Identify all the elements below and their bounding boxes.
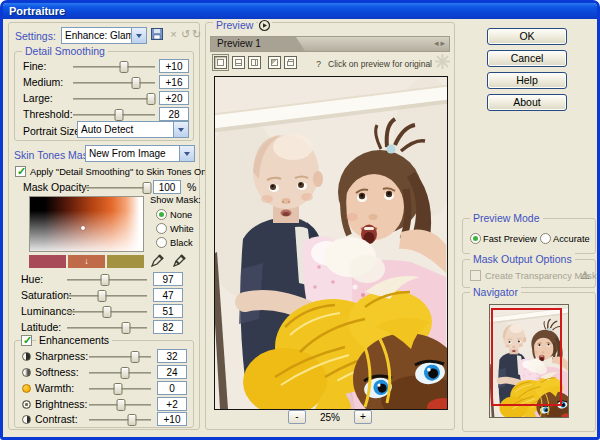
eyedropper-icon[interactable] (151, 253, 165, 267)
brightness-slider-thumb[interactable] (116, 399, 125, 411)
chevron-down-icon[interactable] (173, 122, 188, 137)
luminance-value[interactable] (153, 304, 183, 318)
saturation-slider-thumb[interactable] (98, 290, 107, 302)
show-mask-radio-white[interactable] (156, 223, 167, 234)
fine-slider-thumb[interactable] (119, 61, 128, 73)
window-title: Portraiture (9, 5, 65, 17)
enhancements-group: Enhancements Sharpness: Softness: Warmth… (14, 340, 194, 428)
swatch-hue-low[interactable] (29, 255, 66, 268)
zoom-controls: - 25% + (206, 410, 454, 424)
softness-slider-thumb[interactable] (120, 367, 129, 379)
navigator-viewport[interactable] (491, 308, 562, 406)
swatch-hue-current[interactable]: ↓ (68, 255, 105, 268)
show-mask-radio-black[interactable] (156, 237, 167, 248)
medium-value[interactable] (159, 75, 189, 89)
detail-smoothing-group: Detail Smoothing Fine: Medium: Large: Th… (14, 51, 194, 141)
portrait-size-value: Auto Detect (81, 124, 133, 135)
contrast-value[interactable] (157, 412, 187, 426)
sharpness-icon (22, 352, 31, 361)
mask-opacity-value[interactable] (153, 180, 181, 194)
mask-opacity-slider[interactable] (85, 187, 149, 189)
softness-slider[interactable] (89, 372, 151, 374)
brightness-slider[interactable] (89, 404, 151, 406)
redo-icon[interactable]: ↻ (190, 28, 203, 41)
layout-split-horizontal-icon[interactable] (232, 56, 245, 69)
hue-slider[interactable] (67, 279, 147, 281)
warmth-label: Warmth: (35, 382, 74, 394)
large-slider[interactable] (73, 98, 155, 100)
luminance-slider[interactable] (67, 311, 147, 313)
help-button[interactable]: Help (487, 72, 567, 89)
preview-menu-icon[interactable] (258, 19, 272, 32)
warmth-icon (22, 384, 31, 393)
saturation-label: Saturation: (21, 289, 72, 301)
saturation-value[interactable] (153, 288, 183, 302)
portrait-size-label: Portrait Size: (23, 125, 83, 137)
tab-preview-1[interactable]: Preview 1 (211, 37, 305, 51)
swatch-hue-high[interactable] (107, 255, 144, 268)
cancel-button[interactable]: Cancel (487, 50, 567, 67)
save-preset-icon[interactable] (151, 28, 164, 41)
threshold-value[interactable] (159, 107, 189, 121)
large-slider-thumb[interactable] (146, 93, 155, 105)
navigator-thumbnail[interactable] (489, 304, 569, 418)
medium-slider[interactable] (73, 82, 155, 84)
settings-combo[interactable]: Enhance: Glamour (61, 27, 147, 44)
zoom-in-button[interactable]: + (354, 410, 372, 424)
skin-tones-mask-combo[interactable]: New From Image (85, 145, 195, 162)
portraiture-dialog: Portraiture Settings: Enhance: Glamour ×… (0, 0, 600, 440)
contrast-slider-thumb[interactable] (128, 414, 137, 426)
load-preview-icon[interactable] (284, 56, 297, 69)
show-mask-radio-none[interactable] (156, 209, 167, 220)
latitude-value[interactable] (153, 320, 183, 334)
layout-single-icon[interactable] (214, 56, 227, 69)
enhancements-checkbox[interactable] (21, 335, 32, 346)
layout-split-vertical-icon[interactable] (248, 56, 261, 69)
title-bar[interactable]: Portraiture (3, 3, 597, 19)
fine-value[interactable] (159, 59, 189, 73)
new-preview-icon[interactable] (268, 56, 281, 69)
ok-button[interactable]: OK (487, 28, 567, 45)
tab-scroll-arrows[interactable]: ◂▸ (434, 38, 447, 48)
luminance-slider-thumb[interactable] (103, 306, 112, 318)
accurate-radio[interactable] (540, 233, 551, 244)
sharpness-value[interactable] (157, 349, 187, 363)
saturation-slider[interactable] (67, 295, 147, 297)
threshold-slider-thumb[interactable] (114, 109, 123, 121)
latitude-slider[interactable] (67, 327, 147, 329)
contrast-slider[interactable] (89, 419, 151, 421)
threshold-slider[interactable] (73, 114, 155, 116)
softness-label: Softness: (35, 366, 79, 378)
preview-mode-group: Preview Mode Fast Preview Accurate (462, 218, 596, 254)
sharpness-label: Sharpness: (35, 350, 88, 362)
brightness-value[interactable] (157, 397, 187, 411)
apply-smoothing-checkbox[interactable] (15, 166, 26, 177)
eyedropper-plus-icon[interactable] (173, 253, 187, 267)
large-value[interactable] (159, 91, 189, 105)
preview-hint: ? Click on preview for original (316, 59, 432, 69)
fast-preview-radio[interactable] (470, 233, 481, 244)
warmth-slider[interactable] (89, 388, 151, 390)
sharpness-slider-thumb[interactable] (130, 351, 139, 363)
sharpness-slider[interactable] (89, 356, 151, 358)
chevron-down-icon[interactable] (131, 28, 146, 43)
preview-photo[interactable] (214, 76, 448, 410)
softness-value[interactable] (157, 365, 187, 379)
latitude-slider-thumb[interactable] (122, 322, 131, 334)
color-field-marker[interactable] (81, 226, 85, 230)
accurate-label: Accurate (553, 234, 590, 244)
navigator-group: Navigator (462, 292, 596, 432)
hue-value[interactable] (153, 272, 183, 286)
zoom-out-button[interactable]: - (288, 410, 306, 424)
skin-tone-swatches: ↓ (29, 255, 144, 268)
about-button[interactable]: About (487, 94, 567, 111)
fine-slider[interactable] (73, 66, 155, 68)
warmth-slider-thumb[interactable] (113, 383, 122, 395)
mask-opacity-slider-thumb[interactable] (143, 182, 152, 194)
hue-slider-thumb[interactable] (101, 274, 110, 286)
portrait-size-combo[interactable]: Auto Detect (77, 121, 189, 138)
warmth-value[interactable] (157, 381, 187, 395)
medium-slider-thumb[interactable] (132, 77, 141, 89)
chevron-down-icon[interactable] (179, 146, 194, 161)
skin-tone-color-field[interactable] (29, 196, 144, 252)
